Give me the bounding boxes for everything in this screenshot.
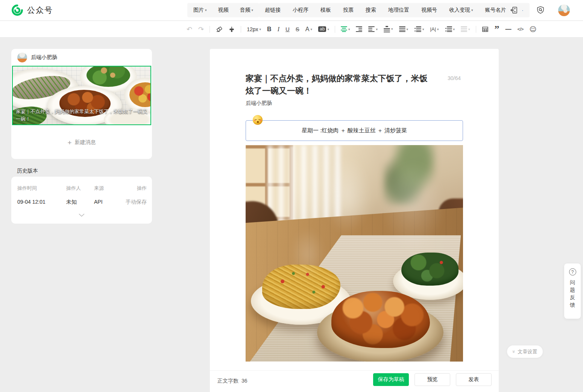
indent-icon	[356, 26, 362, 32]
horizontal-rule-button[interactable]: —	[503, 24, 515, 34]
bold-button[interactable]: B	[264, 24, 275, 34]
menu-item-template[interactable]: 模板	[320, 7, 331, 14]
history-row-time: 09-04 12:01	[17, 199, 46, 205]
vertical-spacing-icon	[384, 26, 390, 32]
menu-item-image[interactable]: 图片▾	[193, 7, 207, 14]
eraser-icon	[216, 26, 222, 33]
wechat-oa-logo-icon	[11, 4, 23, 16]
brand-logo[interactable]: 公众号	[11, 4, 53, 16]
steam-shape	[291, 228, 325, 280]
bullet-list-icon	[445, 26, 452, 32]
chevron-down-icon: ▾	[376, 27, 378, 31]
article-settings-button[interactable]: » 文章设置	[507, 345, 543, 358]
chevron-down-icon: ▾	[205, 8, 207, 12]
history-panel: 操作时间 操作人 来源 操作 09-04 12:01 未知 API 手动保存	[11, 177, 152, 224]
draft-card-title: 家宴｜不点外卖，妈妈做的家常菜太下饭了，米饭炫了一碗又一碗！	[16, 108, 148, 123]
history-row-action-link[interactable]: 手动保存	[126, 199, 147, 206]
app-header: 公众号 图片▾ 视频 音频▾ 超链接 小程序 模板 投票 搜索 地理位置 视频号…	[0, 0, 583, 21]
underline-button[interactable]: U	[282, 24, 293, 34]
strikethrough-button[interactable]: S	[293, 24, 302, 34]
undo-button[interactable]: ↶	[184, 24, 195, 35]
toolbar-divider	[210, 26, 210, 33]
chevron-down-icon: ▾	[453, 27, 455, 31]
image-position-button[interactable]: ▾	[458, 25, 473, 33]
new-message-button[interactable]: + 新建消息	[11, 126, 152, 159]
insert-tools-menu: 超链接 小程序 模板 投票 搜索 地理位置 视频号 收入变现▾ 账号名片 ···	[259, 3, 530, 17]
user-avatar[interactable]	[558, 5, 570, 16]
menu-item-vote[interactable]: 投票	[343, 7, 354, 14]
clear-format-button[interactable]	[213, 24, 225, 34]
emoji-blush	[254, 120, 256, 121]
help-icon: ?	[569, 268, 576, 275]
draft-article-card[interactable]: 家宴｜不点外卖，妈妈做的家常菜太下饭了，米饭炫了一碗又一碗！	[12, 66, 151, 125]
article-settings-label: 文章设置	[518, 348, 537, 355]
stir-fried-greens-shape	[401, 253, 459, 286]
history-col-time: 操作时间	[17, 185, 37, 192]
account-avatar	[17, 53, 27, 62]
menu-item-miniprogram[interactable]: 小程序	[293, 7, 308, 14]
italic-button[interactable]: I	[275, 24, 282, 34]
blockquote-button[interactable]: ”	[492, 26, 503, 32]
menu-item-audio[interactable]: 音频▾	[240, 7, 254, 14]
draft-panel: 后端小肥肠 家宴｜不点外卖，妈妈做的家常菜太下饭了，米饭炫了一碗又一碗！ + 新…	[11, 49, 152, 159]
document-import-icon	[510, 6, 518, 14]
insert-media-menu: 图片▾ 视频 音频▾	[187, 3, 259, 17]
outdent-button[interactable]: ▾	[365, 25, 381, 33]
chevron-down-icon: ▾	[327, 27, 329, 31]
menu-item-monetize[interactable]: 收入变现▾	[449, 7, 473, 14]
history-col-action: 操作	[137, 185, 147, 192]
format-painter-button[interactable]	[225, 24, 238, 34]
letter-spacing-button[interactable]: |A|▾	[427, 25, 442, 33]
feedback-panel[interactable]: ? 问题反馈	[564, 263, 581, 319]
menu-item-video[interactable]: 视频	[218, 7, 229, 14]
history-col-operator: 操作人	[66, 185, 81, 192]
article-title-input[interactable]: 家宴｜不点外卖，妈妈做的家常菜太下饭了，米饭炫了一碗又一碗！	[246, 72, 434, 97]
preview-button[interactable]: 预览	[414, 373, 450, 386]
image-position-icon	[461, 26, 467, 32]
indent-button[interactable]	[353, 25, 365, 33]
word-count-value: 36	[241, 378, 247, 384]
publish-button[interactable]: 发表	[456, 373, 492, 386]
code-button[interactable]: </>	[515, 25, 527, 33]
insert-table-button[interactable]	[479, 24, 492, 34]
emoji-mouth	[257, 121, 259, 123]
line-height-button[interactable]: ▾	[396, 25, 411, 33]
emoji-button[interactable]: ☺	[526, 24, 539, 35]
align-button[interactable]: ▾	[338, 25, 353, 33]
chevron-down-icon: ▾	[348, 27, 350, 31]
menu-line-textbox[interactable]: 星期一 :红烧肉 ＋ 酸辣土豆丝 ＋ 清炒菠菜	[246, 120, 463, 141]
editor-footer-bar: 正文字数 36 保存为草稿 预览 发表	[210, 370, 499, 392]
article-author-input[interactable]: 后端小肥肠	[246, 100, 272, 107]
paragraph-spacing-button[interactable]: ▾	[411, 25, 427, 33]
table-icon	[482, 26, 489, 33]
app-title: 公众号	[27, 5, 53, 15]
redo-button[interactable]: ↷	[195, 24, 207, 35]
highlight-button[interactable]: ab▾	[315, 25, 332, 33]
article-body-image[interactable]	[246, 145, 463, 362]
format-toolbar: ↶ ↷ 12px▾ B I U S A▾ ab▾ ▾ ▾ ▾ ▾ ▾ |A|▾ …	[0, 21, 583, 38]
list-button[interactable]: ▾	[442, 25, 458, 33]
history-row-source: API	[94, 199, 103, 205]
toolbar-divider	[476, 26, 476, 33]
font-size-select[interactable]: 12px▾	[244, 25, 264, 34]
vertical-spacing-button[interactable]: ▾	[381, 24, 396, 33]
menu-item-channels[interactable]: 视频号	[421, 7, 437, 14]
word-count: 正文字数 36	[217, 378, 247, 384]
menu-item-hyperlink[interactable]: 超链接	[265, 7, 281, 14]
import-document-button[interactable]	[506, 3, 522, 17]
menu-item-location[interactable]: 地理位置	[388, 7, 409, 14]
title-char-counter: 30/64	[448, 75, 461, 81]
chevron-down-icon: ▾	[260, 27, 261, 31]
menu-item-account-card[interactable]: 账号名片	[485, 7, 506, 14]
feedback-label: 问题反馈	[569, 278, 575, 309]
shield-search-icon	[536, 6, 545, 15]
account-name: 后端小肥肠	[31, 54, 57, 61]
originality-check-button[interactable]	[532, 3, 549, 17]
menu-item-search[interactable]: 搜索	[366, 7, 376, 14]
chevron-down-icon	[79, 213, 85, 217]
menu-line-text: 星期一 :红烧肉 ＋ 酸辣土豆丝 ＋ 清炒菠菜	[302, 127, 407, 134]
save-draft-button[interactable]: 保存为草稿	[373, 373, 409, 386]
steam-shape	[325, 156, 370, 235]
font-color-button[interactable]: A▾	[302, 24, 315, 34]
history-expand-button[interactable]	[79, 213, 85, 217]
